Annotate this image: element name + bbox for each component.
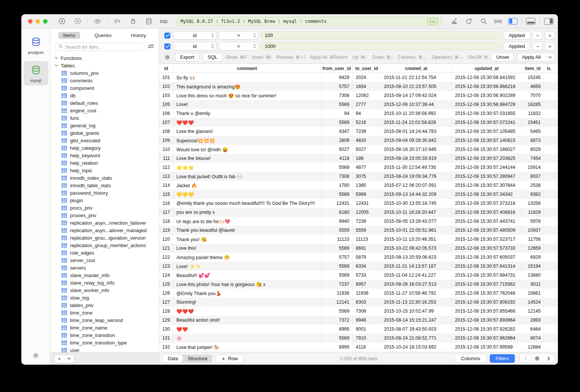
cell-id[interactable]: 102 xyxy=(159,82,173,91)
cell-to_user_id[interactable]: 1365 xyxy=(353,181,381,190)
sidebar-table-plugin[interactable]: plugin xyxy=(51,197,159,204)
cell-created_at[interactable]: 2015-08-14 17:09:42.024 xyxy=(381,91,452,100)
cell-comment[interactable]: Jacket 🔥 xyxy=(173,181,321,190)
sidebar-table-replication_grou...iguration_version[interactable]: replication_grou...iguration_version xyxy=(51,234,159,241)
sidebar-table-innodb_index_stats[interactable]: innodb_index_stats xyxy=(51,174,159,182)
cell-created_at[interactable]: 2015-08-24 19:09:34.776 xyxy=(381,172,452,181)
columns-button[interactable]: Columns xyxy=(455,354,486,363)
cell-updated_at[interactable]: 2015-12-08 15:30:57.684731 xyxy=(452,271,522,280)
sidebar-table-func[interactable]: func xyxy=(51,114,159,122)
cell-created_at[interactable]: 2015-08-18 23:00:33.919 xyxy=(381,154,452,163)
cell-item_id[interactable]: 6464 xyxy=(522,325,544,334)
cell-created_at[interactable]: 2015-08-07 19:43:50.923 xyxy=(381,325,452,334)
cell-id[interactable]: 124 xyxy=(159,271,173,280)
next-page-icon[interactable] xyxy=(543,354,554,363)
cell-created_at[interactable]: 2015-08-10 21:23:57.505 xyxy=(381,82,452,91)
cell-to_user_id[interactable]: 5216 xyxy=(353,118,381,127)
search-input[interactable]: Search for item... xyxy=(55,43,144,51)
cell-item_id[interactable]: 10937 xyxy=(522,226,544,235)
cell-item_id[interactable]: 2893 xyxy=(522,316,544,325)
sidebar-table-comments[interactable]: comments xyxy=(51,77,159,84)
cell-id[interactable]: 112 xyxy=(159,163,173,172)
sidebar-table-innodb_table_stats[interactable]: innodb_table_stats xyxy=(51,182,159,189)
cell-is_[interactable] xyxy=(544,199,556,208)
filter-value-input[interactable]: 100 xyxy=(261,31,501,39)
cell-to_user_id[interactable]: 4877 xyxy=(353,163,381,172)
column-header-item_id[interactable]: item_id xyxy=(522,64,544,73)
open-sql-button[interactable]: SQL xyxy=(160,17,169,26)
cell-is_[interactable] xyxy=(544,253,556,262)
cell-is_[interactable] xyxy=(544,289,556,298)
cell-item_id[interactable]: 6929 xyxy=(522,253,544,262)
cell-to_user_id[interactable]: 5559 xyxy=(353,226,381,235)
cell-to_user_id[interactable]: 9001 xyxy=(353,325,381,334)
sidebar-table-time_zone_transition[interactable]: time_zone_transition xyxy=(51,331,159,339)
sidebar-table-user[interactable]: user xyxy=(51,346,159,352)
cell-is_[interactable] xyxy=(544,181,556,190)
unset-button[interactable]: Unset xyxy=(491,53,514,61)
cell-is_[interactable] xyxy=(544,325,556,334)
cell-item_id[interactable]: 15451 xyxy=(522,118,544,127)
sidebar-table-gtid_executed[interactable]: gtid_executed xyxy=(51,137,159,144)
cell-id[interactable]: 121 xyxy=(159,244,173,253)
tab-items[interactable]: Items xyxy=(58,32,80,39)
cell-id[interactable]: 123 xyxy=(159,262,173,271)
cell-item_id[interactable]: 12884 xyxy=(522,343,544,352)
cell-updated_at[interactable]: 2015-12-08 15:30:57.855466 xyxy=(452,307,522,316)
filter-enabled-checkbox[interactable] xyxy=(164,43,170,49)
cell-is_[interactable] xyxy=(544,334,556,343)
cell-id[interactable]: 117 xyxy=(159,208,173,217)
cell-updated_at[interactable]: 2015-12-08 15:30:57.523717 xyxy=(452,235,522,244)
cell-is_[interactable] xyxy=(544,208,556,217)
sidebar-table-help_relation[interactable]: help_relation xyxy=(51,159,159,167)
cell-to_user_id[interactable]: 5027 xyxy=(353,145,381,154)
cell-to_user_id[interactable]: 7239 xyxy=(353,127,381,136)
cell-to_user_id[interactable]: 4118 xyxy=(353,343,381,352)
cell-comment[interactable]: ❤️❤️ xyxy=(173,325,321,334)
cell-comment[interactable]: Love this photo! Your hair is gorgeous 😘… xyxy=(173,280,321,289)
cell-created_at[interactable]: 2015-10-30 13:55:18.745 xyxy=(381,199,452,208)
cell-to_user_id[interactable]: 7910 xyxy=(353,334,381,343)
cell-to_user_id[interactable]: 2024 xyxy=(353,73,381,82)
connect-icon[interactable] xyxy=(57,17,66,26)
cell-to_user_id[interactable]: 7308 xyxy=(353,307,381,316)
cell-to_user_id[interactable]: 11123 xyxy=(353,235,381,244)
cell-updated_at[interactable]: 2015-12-08 15:30:57.99569 xyxy=(452,343,522,352)
tab-history[interactable]: History xyxy=(126,32,151,39)
sidebar-table-procs_priv[interactable]: procs_priv xyxy=(51,204,159,212)
cell-to_user_id[interactable]: 8691 xyxy=(353,244,381,253)
cell-to_user_id[interactable]: 4820 xyxy=(353,136,381,145)
cell-from_user_id[interactable]: 4347 xyxy=(321,127,353,136)
column-header-is_[interactable]: is_ xyxy=(544,64,556,73)
cell-item_id[interactable]: 15245 xyxy=(522,73,544,82)
cell-updated_at[interactable]: 2015-12-08 15:30:56.902289 xyxy=(452,91,522,100)
cell-to_user_id[interactable]: 94 xyxy=(353,109,381,118)
cell-comment[interactable]: ❤️❤️❤️ xyxy=(173,118,321,127)
cell-id[interactable]: 115 xyxy=(159,190,173,199)
cell-updated_at[interactable]: 2015-12-08 15:30:56.866218 xyxy=(452,82,522,91)
cell-comment[interactable]: Love this dress so much 😍 so nice for su… xyxy=(173,91,321,100)
sidebar-table-general_log[interactable]: general_log xyxy=(51,122,159,129)
cell-created_at[interactable]: 2015-11-27 10:58:46.792 xyxy=(381,289,452,298)
sidebar-table-replication_asyn...ailover_managed[interactable]: replication_asyn...ailover_managed xyxy=(51,227,159,234)
cell-updated_at[interactable]: 2015-12-08 15:30:57.373218 xyxy=(452,199,522,208)
cell-comment[interactable]: Thank you beautiful @laurel xyxy=(173,226,321,235)
cell-id[interactable]: 130 xyxy=(159,325,173,334)
cell-item_id[interactable]: 15194 xyxy=(522,262,544,271)
filter-tune-icon[interactable] xyxy=(148,43,154,51)
cell-is_[interactable] xyxy=(544,154,556,163)
cell-updated_at[interactable]: 2015-12-08 15:30:57.443741 xyxy=(452,217,522,226)
sidebar-table-engine_cost[interactable]: engine_cost xyxy=(51,107,159,114)
column-header-id[interactable]: id xyxy=(159,64,173,73)
cell-from_user_id[interactable]: 5569 xyxy=(321,307,353,316)
close-window-button[interactable] xyxy=(28,19,33,24)
cell-to_user_id[interactable]: 5733 xyxy=(353,271,381,280)
cell-item_id[interactable]: 5978 xyxy=(522,217,544,226)
cell-is_[interactable] xyxy=(544,280,556,289)
filter-gear-icon[interactable] xyxy=(164,54,170,60)
cell-from_user_id[interactable]: 7308 xyxy=(321,172,353,181)
sidebar-table-slave_worker_info[interactable]: slave_worker_info xyxy=(51,286,159,294)
cell-updated_at[interactable]: 2015-12-08 15:30:57.641314 xyxy=(452,262,522,271)
cell-created_at[interactable]: 2015-11-24 22:02:58.828 xyxy=(381,118,452,127)
sidebar-table-default_roles[interactable]: default_roles xyxy=(51,99,159,107)
